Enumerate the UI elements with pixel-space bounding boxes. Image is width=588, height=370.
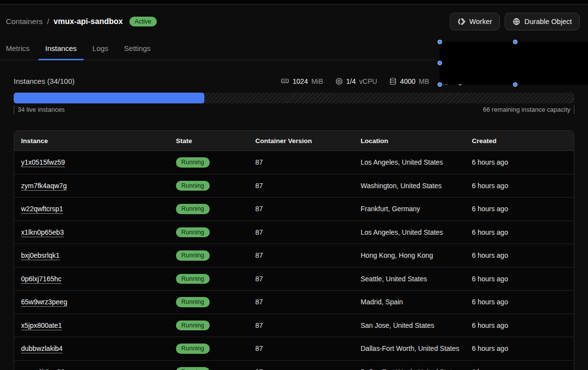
selection-handle-top-left[interactable] — [438, 40, 442, 44]
location-cell: San Jose, United States — [354, 321, 465, 329]
window-top-strip — [0, 0, 588, 5]
instance-link[interactable]: 0p6lxj7165hc — [21, 275, 62, 283]
table-body: y1x0515fwz59 Running 87 Los Angeles, Uni… — [14, 151, 574, 370]
location-cell: Madrid, Spain — [354, 298, 465, 306]
breadcrumb: Containers / vmux-api-sandbox Active — [6, 17, 157, 26]
created-cell: 6 hours ago — [465, 182, 574, 190]
selection-handle-middle-left[interactable] — [438, 61, 442, 65]
location-cell: Seattle, United States — [354, 275, 465, 283]
container-version-cell: 87 — [248, 321, 354, 329]
created-cell: 6 hours ago — [465, 251, 574, 259]
running-status-badge: Running — [176, 204, 210, 214]
location-cell: Los Angeles, United States — [354, 228, 465, 236]
selection-handle-bottom-middle[interactable] — [513, 82, 517, 87]
worker-button[interactable]: Worker — [450, 13, 500, 30]
workers-icon — [458, 18, 466, 25]
instance-link[interactable]: dubbwzlakib4 — [21, 345, 63, 352]
table-row: wazw6jt0ae20 Running 87 Dallas-Fort Wort… — [14, 361, 574, 370]
page-title: vmux-api-sandbox — [53, 17, 122, 26]
durable-object-button[interactable]: Durable Object — [505, 13, 580, 30]
status-badge: Active — [129, 17, 157, 26]
disk-spec: 4000 MB — [389, 77, 429, 85]
page-header: Containers / vmux-api-sandbox Active Wor… — [0, 5, 588, 35]
header-actions: Worker Durable Object — [450, 13, 580, 30]
tab-logs[interactable]: Logs — [86, 38, 116, 60]
memory-value: 1024 — [293, 77, 308, 85]
container-version-cell: 87 — [248, 275, 354, 283]
durable-object-button-label: Durable Object — [524, 18, 572, 25]
instance-link[interactable]: wazw6jt0ae20 — [21, 368, 65, 370]
instances-section: Instances (34/100) 1024 MiB — [0, 77, 588, 370]
live-instances-label: 34 live instances — [14, 105, 65, 114]
created-cell: 6 hours ago — [465, 205, 574, 213]
tab-metrics[interactable]: Metrics — [6, 38, 36, 60]
cpu-icon — [335, 77, 343, 85]
selection-handle-top-middle[interactable] — [513, 40, 517, 44]
tab-settings[interactable]: Settings — [117, 38, 157, 60]
redaction-rectangle[interactable] — [440, 42, 588, 84]
instance-link[interactable]: w22qwftcrsp1 — [21, 205, 63, 213]
created-cell: 6 hours ago — [465, 321, 574, 329]
worker-button-label: Worker — [469, 18, 492, 25]
instance-link[interactable]: x1lkn0p65eb3 — [21, 228, 64, 236]
running-status-badge: Running — [176, 250, 210, 261]
container-version-cell: 87 — [248, 158, 354, 166]
column-header-created: Created — [465, 137, 574, 145]
table-row: 65w9wrz3peeg Running 87 Madrid, Spain 6 … — [14, 291, 574, 314]
container-version-cell: 87 — [248, 228, 354, 236]
cpu-spec: 1/4 vCPU — [335, 77, 377, 85]
cpu-value: 1/4 — [346, 77, 356, 85]
column-header-state: State — [169, 137, 248, 145]
table-row: 0p6lxj7165hc Running 87 Seattle, United … — [14, 268, 574, 291]
instance-link[interactable]: 65w9wrz3peeg — [21, 298, 67, 306]
table-row: bxj0ebsrlqk1 Running 87 Hong Kong, Hong … — [14, 244, 574, 268]
column-header-instance: Instance — [14, 137, 169, 145]
running-status-badge: Running — [176, 297, 210, 307]
tab-instances[interactable]: Instances — [38, 38, 83, 60]
disk-icon — [389, 77, 397, 85]
selection-handle-bottom-left[interactable] — [438, 82, 442, 87]
created-cell: 6 hours ago — [465, 368, 574, 370]
table-row: y1x0515fwz59 Running 87 Los Angeles, Uni… — [14, 151, 574, 174]
running-status-badge: Running — [176, 157, 210, 168]
breadcrumb-containers-link[interactable]: Containers — [6, 17, 43, 26]
instance-link[interactable]: zym7fk4aqw7g — [21, 182, 67, 190]
running-status-badge: Running — [176, 181, 210, 191]
capacity-labels: 34 live instances 66 remaining instance … — [14, 105, 574, 114]
memory-spec: 1024 MiB — [281, 77, 323, 85]
instance-link[interactable]: bxj0ebsrlqk1 — [21, 251, 60, 259]
column-header-container-version: Container Version — [248, 137, 354, 145]
location-cell: Los Angeles, United States — [354, 158, 465, 166]
running-status-badge: Running — [176, 227, 210, 238]
container-version-cell: 87 — [248, 345, 354, 352]
memory-unit: MiB — [311, 77, 323, 85]
instance-link[interactable]: x5jpx800ate1 — [21, 321, 62, 329]
disk-unit: MB — [419, 77, 429, 85]
column-header-location: Location — [354, 137, 465, 145]
instance-capacity-fill — [14, 93, 204, 103]
location-cell: Dallas-Fort Worth, United States — [354, 368, 465, 370]
breadcrumb-separator: / — [47, 17, 49, 26]
table-row: zym7fk4aqw7g Running 87 Washington, Unit… — [14, 174, 574, 198]
created-cell: 6 hours ago — [465, 158, 574, 166]
instances-count-title: Instances (34/100) — [14, 77, 74, 85]
table-row: dubbwzlakib4 Running 87 Dallas-Fort Wort… — [14, 337, 574, 361]
table-row: w22qwftcrsp1 Running 87 Frankfurt, Germa… — [14, 197, 574, 221]
container-version-cell: 87 — [248, 205, 354, 213]
created-cell: 6 hours ago — [465, 345, 574, 352]
created-cell: 6 hours ago — [465, 275, 574, 283]
globe-icon — [513, 18, 520, 25]
container-version-cell: 87 — [248, 251, 354, 259]
cpu-unit: vCPU — [359, 77, 377, 85]
container-version-cell: 87 — [248, 368, 354, 370]
created-cell: 6 hours ago — [465, 228, 574, 236]
location-cell: Hong Kong, Hong Kong — [354, 251, 465, 259]
running-status-badge: Running — [176, 367, 210, 370]
instance-link[interactable]: y1x0515fwz59 — [21, 158, 65, 166]
table-row: x1lkn0p65eb3 Running 87 Los Angeles, Uni… — [14, 221, 574, 245]
created-cell: 6 hours ago — [465, 298, 574, 306]
container-version-cell: 87 — [248, 182, 354, 190]
running-status-badge: Running — [176, 344, 210, 354]
container-version-cell: 87 — [248, 298, 354, 306]
running-status-badge: Running — [176, 321, 210, 331]
